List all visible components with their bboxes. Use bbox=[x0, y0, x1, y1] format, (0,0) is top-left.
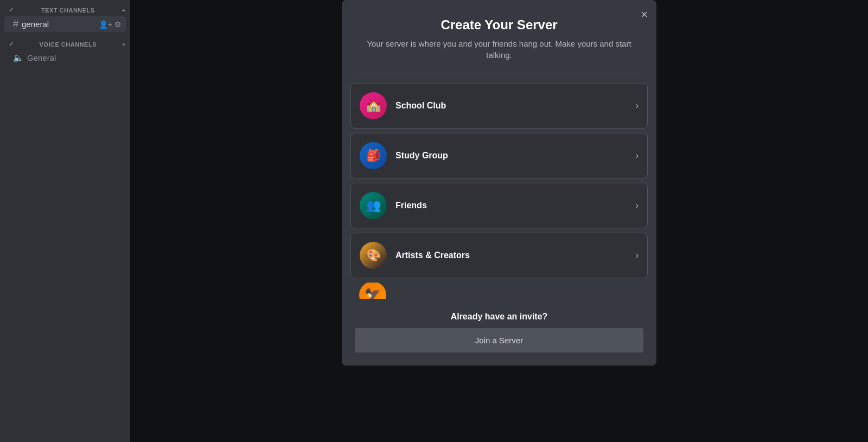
add-text-channel-icon[interactable]: + bbox=[122, 7, 126, 14]
general-voice-name: General bbox=[27, 53, 56, 62]
hash-icon: # bbox=[13, 18, 18, 30]
artists-creators-icon bbox=[360, 242, 387, 269]
school-club-label: School Club bbox=[395, 101, 627, 111]
create-server-modal: × Create Your Server Your server is wher… bbox=[342, 0, 656, 366]
modal-title: Create Your Server bbox=[355, 17, 643, 33]
general-channel-name: general bbox=[22, 20, 95, 29]
sidebar: ✓ Text Channels + # general 👤+ ⚙ ✓ Voice… bbox=[0, 0, 130, 442]
friends-label: Friends bbox=[395, 201, 627, 210]
modal-divider bbox=[355, 74, 643, 74]
main-content: × Create Your Server Your server is wher… bbox=[130, 0, 868, 442]
partial-icon: 🦅 bbox=[359, 283, 386, 299]
artists-creators-chevron: › bbox=[636, 251, 639, 260]
school-club-option[interactable]: School Club › bbox=[350, 83, 648, 129]
settings-icon[interactable]: ⚙ bbox=[114, 20, 122, 29]
artists-creators-label: Artists & Creators bbox=[395, 251, 627, 260]
school-club-icon bbox=[360, 92, 387, 119]
text-channels-label: Text Channels bbox=[41, 7, 95, 14]
modal-header: Create Your Server Your server is where … bbox=[342, 0, 656, 69]
partial-option: 🦅 bbox=[350, 283, 648, 299]
study-group-label: Study Group bbox=[395, 151, 627, 161]
modal-footer: Already have an invite? Join a Server bbox=[342, 303, 656, 366]
friends-option[interactable]: Friends › bbox=[350, 183, 648, 228]
artists-creators-option[interactable]: Artists & Creators › bbox=[350, 233, 648, 278]
study-group-option[interactable]: Study Group › bbox=[350, 133, 648, 178]
general-voice-channel[interactable]: 🔈 General bbox=[4, 50, 126, 65]
join-server-button[interactable]: Join a Server bbox=[355, 328, 643, 353]
invite-icon[interactable]: 👤+ bbox=[99, 20, 112, 29]
voice-channels-header[interactable]: ✓ Voice Channels + bbox=[0, 39, 130, 50]
footer-text: Already have an invite? bbox=[355, 312, 643, 322]
voice-channels-chevron: ✓ bbox=[9, 41, 14, 48]
school-club-chevron: › bbox=[636, 101, 639, 111]
modal-overlay: × Create Your Server Your server is wher… bbox=[130, 0, 868, 442]
friends-chevron: › bbox=[636, 201, 639, 210]
close-button[interactable]: × bbox=[641, 9, 648, 21]
modal-subtitle: Your server is where you and your friend… bbox=[355, 38, 643, 61]
voice-channels-label: Voice Channels bbox=[40, 41, 97, 48]
general-text-channel[interactable]: # general 👤+ ⚙ bbox=[4, 16, 126, 32]
add-voice-channel-icon[interactable]: + bbox=[122, 41, 126, 48]
text-channels-header[interactable]: ✓ Text Channels + bbox=[0, 4, 130, 16]
study-group-chevron: › bbox=[636, 151, 639, 161]
modal-body: School Club › Study Group › Friends › bbox=[342, 79, 656, 303]
friends-icon bbox=[360, 192, 387, 219]
speaker-icon: 🔈 bbox=[13, 53, 24, 63]
study-group-icon bbox=[360, 142, 387, 169]
text-channels-chevron: ✓ bbox=[9, 7, 14, 14]
